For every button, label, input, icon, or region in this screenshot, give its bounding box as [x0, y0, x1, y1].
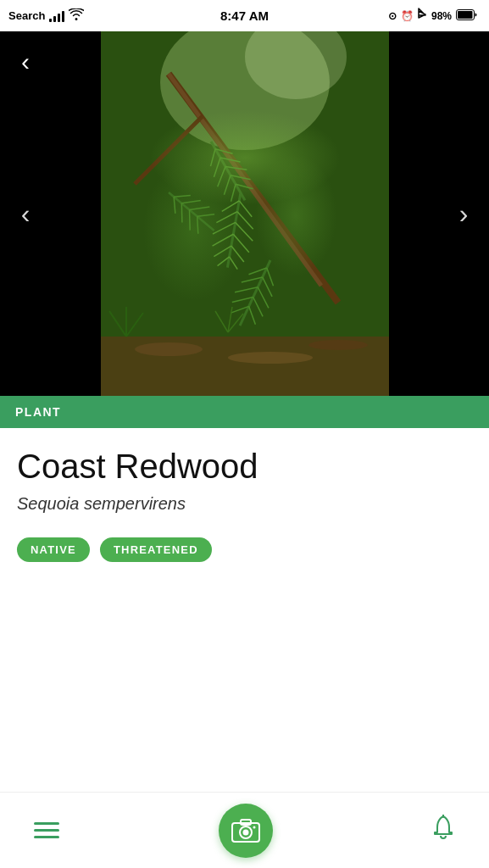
- svg-line-59: [215, 311, 228, 332]
- wifi-icon: [69, 8, 84, 23]
- svg-line-13: [210, 166, 231, 186]
- plant-photo: [101, 31, 389, 396]
- plant-illustration: [101, 31, 389, 396]
- bottom-nav: [0, 792, 489, 868]
- svg-line-60: [228, 307, 232, 332]
- svg-line-20: [221, 198, 239, 214]
- notifications-button[interactable]: [431, 815, 455, 846]
- svg-line-26: [212, 231, 233, 249]
- svg-line-24: [212, 219, 235, 237]
- svg-rect-1: [458, 11, 473, 19]
- svg-line-38: [252, 287, 275, 309]
- svg-line-7: [135, 116, 203, 184]
- hamburger-line-3: [34, 836, 59, 838]
- svg-line-18: [236, 178, 253, 195]
- svg-line-9: [204, 149, 221, 166]
- status-bar: Search 8:47 AM ⊙ ⏰ 98%: [0, 0, 489, 31]
- svg-line-23: [235, 212, 256, 230]
- back-button[interactable]: ‹: [7, 43, 44, 81]
- plant-image-area: ‹ ‹ ›: [0, 31, 489, 396]
- svg-line-43: [169, 192, 214, 231]
- svg-point-53: [135, 342, 203, 356]
- status-time: 8:47 AM: [220, 8, 269, 23]
- next-image-button[interactable]: ›: [445, 195, 482, 232]
- alarm-icon: ⏰: [401, 10, 414, 22]
- svg-line-32: [240, 260, 270, 326]
- svg-line-39: [231, 290, 253, 309]
- menu-button[interactable]: [34, 822, 59, 838]
- svg-line-34: [261, 268, 279, 286]
- svg-line-12: [220, 150, 241, 170]
- svg-line-44: [166, 197, 183, 214]
- scientific-name: Sequoia sempervirens: [17, 494, 472, 514]
- svg-line-25: [232, 222, 255, 241]
- svg-line-49: [189, 198, 209, 219]
- bell-icon: [431, 815, 455, 840]
- svg-line-10: [215, 142, 232, 159]
- back-to-search-label: Search: [8, 9, 45, 22]
- threatened-badge: THREATENED: [100, 537, 212, 562]
- svg-line-16: [231, 168, 251, 187]
- bluetooth-icon: [418, 8, 427, 25]
- native-badge: NATIVE: [17, 537, 90, 562]
- prev-image-button[interactable]: ‹: [7, 195, 44, 232]
- status-right: ⊙ ⏰ 98%: [388, 8, 477, 25]
- content-area: Coast Redwood Sequoia sempervirens NATIV…: [0, 428, 489, 664]
- svg-line-40: [247, 298, 268, 317]
- svg-line-51: [197, 207, 214, 224]
- svg-line-30: [217, 255, 229, 268]
- svg-point-55: [308, 340, 368, 350]
- svg-line-35: [241, 270, 262, 289]
- svg-line-61: [228, 314, 243, 332]
- svg-line-33: [248, 262, 266, 280]
- svg-rect-2: [101, 31, 389, 396]
- svg-line-41: [231, 301, 248, 319]
- clock-icon: ⊙: [388, 10, 397, 22]
- svg-line-31: [227, 257, 239, 270]
- svg-line-11: [207, 158, 227, 177]
- svg-line-27: [231, 234, 252, 253]
- svg-point-54: [228, 352, 313, 364]
- hamburger-line-1: [34, 822, 59, 825]
- svg-line-28: [214, 243, 231, 259]
- svg-line-48: [179, 210, 199, 231]
- svg-line-45: [174, 187, 191, 204]
- svg-line-37: [235, 279, 258, 300]
- svg-line-15: [217, 175, 237, 195]
- battery-icon: [456, 9, 477, 23]
- svg-line-5: [169, 74, 338, 303]
- camera-button[interactable]: [219, 804, 273, 858]
- badges-container: NATIVE THREATENED: [17, 537, 472, 562]
- svg-line-6: [169, 74, 321, 286]
- svg-line-17: [225, 184, 242, 201]
- svg-line-36: [256, 277, 277, 297]
- svg-line-19: [227, 192, 241, 268]
- svg-line-14: [225, 158, 247, 178]
- svg-line-8: [211, 142, 245, 200]
- category-label: PLANT: [15, 405, 61, 419]
- svg-line-50: [189, 216, 206, 233]
- svg-point-66: [253, 826, 255, 828]
- hamburger-line-2: [34, 829, 59, 832]
- status-left: Search: [8, 8, 84, 23]
- svg-line-58: [126, 313, 143, 337]
- category-bar: PLANT: [0, 396, 489, 428]
- svg-line-21: [236, 201, 254, 217]
- svg-line-42: [242, 306, 260, 324]
- svg-point-64: [242, 829, 248, 835]
- svg-line-29: [229, 246, 247, 262]
- battery-percent: 98%: [431, 10, 452, 22]
- svg-point-4: [245, 31, 347, 99]
- signal-icon: [49, 10, 64, 22]
- camera-icon: [231, 819, 260, 843]
- svg-line-22: [216, 209, 237, 226]
- svg-line-47: [181, 192, 200, 212]
- svg-line-46: [172, 203, 191, 223]
- plant-name: Coast Redwood: [17, 447, 472, 486]
